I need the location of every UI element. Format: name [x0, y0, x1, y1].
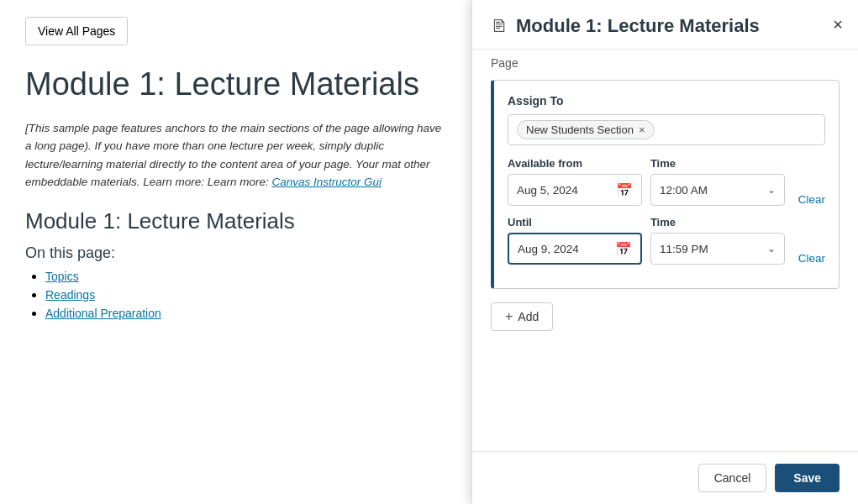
add-button[interactable]: + Add: [491, 302, 553, 331]
section-heading: Module 1: Lecture Materials: [25, 208, 446, 234]
modal-header: 🖹 Module 1: Lecture Materials ×: [472, 0, 858, 50]
assign-to-label: Assign To: [508, 94, 825, 108]
section-tag-container[interactable]: New Students Section ×: [508, 114, 825, 145]
available-from-row: Available from Aug 5, 2024 📅 Time 12:00 …: [508, 157, 825, 206]
add-plus-icon: +: [505, 309, 513, 324]
nav-link-topics[interactable]: Topics: [45, 270, 79, 283]
view-all-pages-button[interactable]: View All Pages: [25, 17, 128, 45]
list-item: Additional Preparation: [45, 306, 446, 321]
page-title: Module 1: Lecture Materials: [25, 66, 446, 104]
on-this-page-heading: On this page:: [25, 244, 446, 262]
modal-title: Module 1: Lecture Materials: [516, 15, 840, 37]
available-from-time-group: Time 12:00 AM ⌄: [650, 157, 785, 206]
until-date: Aug 9, 2024: [518, 243, 615, 255]
add-label: Add: [518, 310, 539, 323]
cancel-button[interactable]: Cancel: [698, 464, 767, 492]
until-input[interactable]: Aug 9, 2024 📅: [508, 233, 642, 265]
section-tag: New Students Section ×: [517, 120, 655, 139]
calendar-icon-from[interactable]: 📅: [616, 182, 633, 198]
until-label: Until: [508, 216, 642, 228]
until-group: Until Aug 9, 2024 📅: [508, 216, 642, 265]
modal-close-button[interactable]: ×: [826, 12, 850, 38]
available-from-group: Available from Aug 5, 2024 📅: [508, 157, 642, 206]
available-from-time-select[interactable]: 12:00 AM ⌄: [650, 174, 785, 206]
available-from-time-label: Time: [650, 157, 785, 170]
chevron-down-icon-2: ⌄: [767, 243, 776, 255]
modal-footer: Cancel Save: [472, 451, 858, 504]
until-time-value: 11:59 PM: [660, 243, 708, 255]
available-from-input[interactable]: Aug 5, 2024 📅: [508, 174, 642, 206]
until-time-group: Time 11:59 PM ⌄: [650, 216, 785, 265]
clear-until-button[interactable]: Clear: [793, 245, 825, 265]
page-icon: 🖹: [491, 17, 508, 36]
assign-card: Assign To New Students Section × Availab…: [491, 80, 840, 289]
modal-subtitle: Page: [472, 50, 858, 80]
list-item: Readings: [45, 287, 446, 302]
available-from-label: Available from: [508, 157, 642, 170]
nav-link-readings[interactable]: Readings: [45, 288, 95, 302]
left-panel: View All Pages Module 1: Lecture Materia…: [0, 0, 471, 504]
until-row: Until Aug 9, 2024 📅 Time 11:59 PM ⌄ Clea…: [508, 216, 825, 265]
on-this-page-list: Topics Readings Additional Preparation: [25, 269, 446, 321]
calendar-icon-until[interactable]: 📅: [615, 241, 632, 257]
clear-from-button[interactable]: Clear: [793, 186, 825, 206]
available-from-time-value: 12:00 AM: [660, 184, 708, 197]
nav-link-additional-preparation[interactable]: Additional Preparation: [45, 307, 161, 320]
chevron-down-icon: ⌄: [767, 184, 776, 196]
list-item: Topics: [45, 269, 446, 284]
save-button[interactable]: Save: [775, 464, 840, 492]
page-intro: [This sample page features anchors to th…: [25, 119, 446, 192]
until-time-label: Time: [650, 216, 785, 228]
until-time-select[interactable]: 11:59 PM ⌄: [650, 233, 785, 265]
modal-panel: 🖹 Module 1: Lecture Materials × Page Ass…: [471, 0, 858, 504]
available-from-date: Aug 5, 2024: [517, 184, 616, 197]
modal-body: Assign To New Students Section × Availab…: [472, 80, 858, 451]
section-tag-label: New Students Section: [526, 123, 634, 136]
canvas-guide-link[interactable]: Canvas Instructor Gui: [271, 176, 382, 188]
tag-remove-button[interactable]: ×: [639, 123, 645, 136]
